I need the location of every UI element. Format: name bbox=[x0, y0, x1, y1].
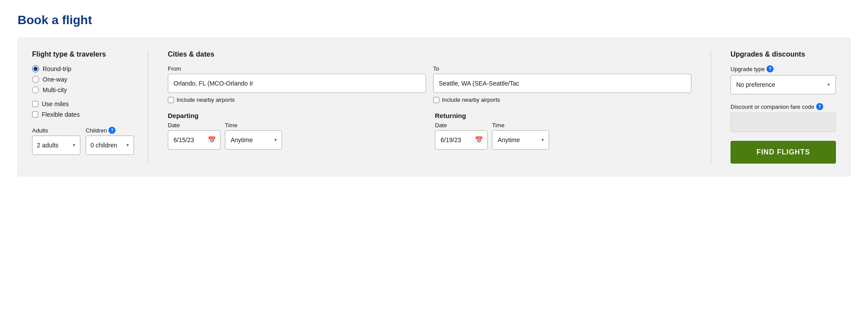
use-miles-checkbox[interactable] bbox=[32, 101, 38, 107]
adults-select[interactable]: 2 adults 1 adult 3 adults 4 adults bbox=[32, 136, 80, 155]
cities-dates-title: Cities & dates bbox=[168, 50, 691, 58]
adults-field: Adults 2 adults 1 adult 3 adults 4 adult… bbox=[32, 127, 80, 155]
to-label: To bbox=[433, 65, 691, 72]
roundtrip-radio[interactable] bbox=[32, 65, 39, 72]
nearby-from-option[interactable]: Include nearby airports bbox=[168, 97, 426, 103]
upgrade-help-icon[interactable]: ? bbox=[767, 65, 774, 72]
divider-1 bbox=[148, 50, 148, 164]
returning-date-input[interactable] bbox=[435, 130, 488, 150]
returning-date-label: Date bbox=[435, 122, 488, 129]
children-label: Children ? bbox=[86, 127, 134, 134]
nearby-row: Include nearby airports Include nearby a… bbox=[168, 97, 691, 103]
oneway-label: One-way bbox=[43, 76, 67, 83]
flexible-dates-label: Flexible dates bbox=[42, 111, 80, 118]
flexible-dates-option[interactable]: Flexible dates bbox=[32, 111, 129, 118]
flight-type-section: Flight type & travelers Round-trip One-w… bbox=[32, 50, 129, 155]
use-miles-option[interactable]: Use miles bbox=[32, 100, 129, 107]
children-help-icon[interactable]: ? bbox=[108, 127, 116, 134]
departing-date-input-wrapper: 📅 bbox=[168, 130, 221, 150]
returning-time-label: Time bbox=[492, 122, 549, 129]
upgrades-section: Upgrades & discounts Upgrade type ? No p… bbox=[731, 50, 836, 164]
oneway-radio[interactable] bbox=[32, 76, 39, 83]
flight-type-title: Flight type & travelers bbox=[32, 50, 129, 58]
use-miles-label: Use miles bbox=[42, 100, 69, 107]
to-input[interactable] bbox=[433, 74, 691, 93]
roundtrip-option[interactable]: Round-trip bbox=[32, 65, 129, 72]
multicity-radio[interactable] bbox=[32, 86, 39, 93]
upgrade-type-label: Upgrade type ? bbox=[731, 65, 836, 72]
returning-fields-row: Date 📅 Time Anytime Morning Aftern bbox=[435, 122, 691, 150]
cities-dates-section: Cities & dates From To Include nearby ai… bbox=[168, 50, 691, 150]
returning-title: Returning bbox=[435, 112, 691, 119]
children-field: Children ? 0 children 1 child 2 children… bbox=[86, 127, 134, 155]
nearby-from-checkbox[interactable] bbox=[168, 97, 174, 103]
upgrades-title: Upgrades & discounts bbox=[731, 50, 836, 58]
cities-row: From To bbox=[168, 65, 691, 93]
travelers-row: Adults 2 adults 1 adult 3 adults 4 adult… bbox=[32, 127, 129, 155]
to-field: To bbox=[433, 65, 691, 93]
adults-label: Adults bbox=[32, 127, 80, 134]
departing-fields-row: Date 📅 Time Anytime Morning Aftern bbox=[168, 122, 424, 150]
page-title: Book a flight bbox=[18, 13, 850, 27]
upgrade-select-wrapper: No preference First Class Business Class… bbox=[731, 75, 836, 94]
multicity-label: Multi-city bbox=[43, 86, 67, 93]
departing-date-field: Date 📅 bbox=[168, 122, 221, 150]
booking-panel: Flight type & travelers Round-trip One-w… bbox=[18, 38, 850, 176]
nearby-to-label: Include nearby airports bbox=[442, 97, 500, 103]
multicity-option[interactable]: Multi-city bbox=[32, 86, 129, 93]
dates-row: Departing Date 📅 Time Anytime bbox=[168, 112, 691, 150]
departing-time-select[interactable]: Anytime Morning Afternoon Evening bbox=[225, 130, 282, 150]
upgrade-type-select[interactable]: No preference First Class Business Class… bbox=[731, 75, 836, 94]
departing-title: Departing bbox=[168, 112, 424, 119]
children-select[interactable]: 0 children 1 child 2 children 3 children bbox=[86, 136, 134, 155]
flight-type-radio-group: Round-trip One-way Multi-city bbox=[32, 65, 129, 93]
find-flights-button[interactable]: FIND FLIGHTS bbox=[731, 141, 836, 164]
returning-time-select[interactable]: Anytime Morning Afternoon Evening bbox=[492, 130, 549, 150]
roundtrip-label: Round-trip bbox=[43, 65, 71, 72]
from-label: From bbox=[168, 65, 426, 72]
departing-date-input[interactable] bbox=[168, 130, 221, 150]
departing-date-label: Date bbox=[168, 122, 221, 129]
extras-checkbox-group: Use miles Flexible dates bbox=[32, 100, 129, 118]
children-select-wrapper: 0 children 1 child 2 children 3 children bbox=[86, 136, 134, 155]
departing-time-field: Time Anytime Morning Afternoon Evening bbox=[225, 122, 282, 150]
returning-section: Returning Date 📅 Time Anytime bbox=[435, 112, 691, 150]
flexible-dates-checkbox[interactable] bbox=[32, 111, 38, 118]
discount-input[interactable] bbox=[731, 113, 836, 132]
departing-section: Departing Date 📅 Time Anytime bbox=[168, 112, 424, 150]
nearby-to-checkbox[interactable] bbox=[433, 97, 439, 103]
discount-label: Discount or companion fare code ? bbox=[731, 103, 836, 110]
discount-help-icon[interactable]: ? bbox=[816, 103, 823, 110]
nearby-to-option[interactable]: Include nearby airports bbox=[433, 97, 691, 103]
oneway-option[interactable]: One-way bbox=[32, 76, 129, 83]
divider-2 bbox=[711, 50, 711, 164]
returning-date-input-wrapper: 📅 bbox=[435, 130, 488, 150]
from-field: From bbox=[168, 65, 426, 93]
returning-time-select-wrapper: Anytime Morning Afternoon Evening bbox=[492, 130, 549, 150]
returning-time-field: Time Anytime Morning Afternoon Evening bbox=[492, 122, 549, 150]
adults-select-wrapper: 2 adults 1 adult 3 adults 4 adults bbox=[32, 136, 80, 155]
returning-date-field: Date 📅 bbox=[435, 122, 488, 150]
nearby-from-label: Include nearby airports bbox=[177, 97, 235, 103]
departing-time-select-wrapper: Anytime Morning Afternoon Evening bbox=[225, 130, 282, 150]
from-input[interactable] bbox=[168, 74, 426, 93]
departing-time-label: Time bbox=[225, 122, 282, 129]
